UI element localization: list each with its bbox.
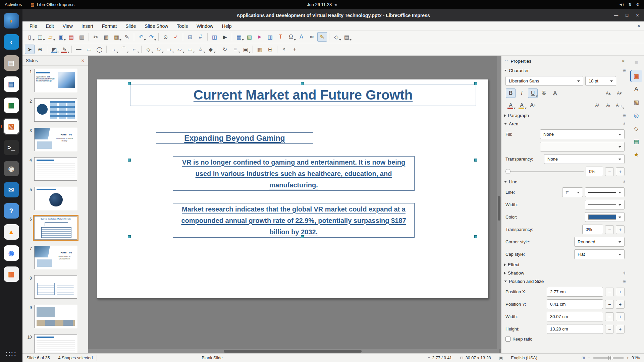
start-from-first-slide-button[interactable]: ▶ [220, 32, 230, 42]
height-field[interactable]: 13.28 cm [547, 324, 603, 334]
export-pdf-button[interactable]: ▤ [66, 32, 76, 42]
show-applications-button[interactable]: ∷∷ [0, 350, 22, 359]
activities-button[interactable]: Activities [5, 2, 22, 7]
master-slide-button[interactable]: ◫ [210, 32, 219, 42]
insert-special-character-button[interactable]: Ω [286, 32, 296, 42]
3d-objects-tool[interactable]: ◆ [206, 45, 216, 54]
templates-button[interactable]: ◫ [35, 32, 45, 42]
slide-thumbnail-preview[interactable]: Applications and Development of Virtual … [34, 69, 77, 92]
selection-info[interactable]: 4 Shapes selected [54, 354, 97, 362]
slide-info[interactable]: Slide 6 of 35 [22, 354, 54, 362]
selection-handle[interactable] [301, 82, 304, 85]
increase-font-size-button[interactable]: A▴ [603, 88, 613, 98]
position-x-decrease[interactable]: − [605, 288, 614, 296]
clone-formatting-button[interactable]: ✎ [122, 32, 132, 42]
focused-app-indicator[interactable]: ▧ LibreOffice Impress [31, 2, 74, 7]
sidebar-shapes-icon[interactable]: ◇ [630, 123, 642, 134]
slide-thumbnail-preview[interactable] [34, 98, 77, 122]
document-modified-icon[interactable]: ▣ [495, 354, 507, 362]
strikethrough-button[interactable]: S [539, 88, 549, 98]
slide-thumbnail-10[interactable]: 10 [22, 331, 88, 353]
cap-style-select[interactable]: Flat [574, 249, 625, 259]
find-replace-button[interactable]: ⊙ [161, 32, 170, 42]
selection-handle[interactable] [128, 235, 131, 238]
title-text-frame[interactable]: Current Market and Future Growth [130, 84, 476, 106]
slides-panel-close-icon[interactable]: ✕ [81, 58, 85, 63]
basic-shapes-button[interactable]: ◇ [331, 32, 341, 42]
slider-thumb[interactable] [505, 169, 511, 174]
slide-thumbnail-preview[interactable] [34, 334, 77, 353]
zoom-out-button[interactable]: − [588, 356, 590, 360]
slide-thumbnail-preview[interactable] [34, 157, 77, 181]
libreoffice-writer-icon[interactable]: ▤ [4, 76, 19, 92]
slide-layout-button[interactable]: ▤ [342, 32, 352, 42]
undo-button[interactable]: ↶ [136, 32, 146, 42]
superscript-button[interactable]: A¹ [592, 101, 602, 110]
font-color-button[interactable]: A [506, 101, 516, 110]
insert-image-button[interactable]: ▧ [245, 32, 254, 42]
edit-points-button[interactable]: ⌖ [279, 45, 289, 54]
width-decrease[interactable]: − [605, 312, 614, 321]
position-y-field[interactable]: 0.41 cm [547, 299, 603, 309]
copy-button[interactable]: ▨ [101, 32, 111, 42]
zoom-slider[interactable] [593, 357, 624, 359]
save-button[interactable]: ▣ [56, 32, 66, 42]
slide-page[interactable]: Current Market and Future Growth Expandi… [97, 79, 488, 299]
show-draw-functions-button[interactable]: ✎ [317, 32, 327, 42]
position-y-increase[interactable]: + [616, 300, 625, 309]
slide-thumbnail-9[interactable]: 9 [22, 302, 88, 331]
cut-button[interactable]: ✂ [91, 32, 101, 42]
subtitle-text-frame[interactable]: Expanding Beyond Gaming [156, 132, 313, 144]
menu-tools[interactable]: Tools [172, 21, 192, 31]
slide-thumbnail-preview[interactable]: PART- 02 Applications in Entertainment [34, 246, 77, 269]
rectangle-tool[interactable]: ▭ [84, 45, 94, 54]
symbol-shapes-tool[interactable]: ☺ [154, 45, 164, 54]
crop-image-button[interactable]: ⊟ [265, 45, 275, 54]
slide-thumbnail-preview[interactable]: PART- 01 Introduction to Virtual Reality [34, 128, 77, 151]
selection-handle[interactable] [474, 159, 477, 162]
redo-button[interactable]: ↷ [147, 32, 156, 42]
menu-file[interactable]: File [25, 21, 42, 31]
object-size-info[interactable]: ⊡ 30.07 x 13.28 [456, 354, 495, 362]
italic-button[interactable]: I [517, 88, 527, 98]
section-settings-icon[interactable]: ✳ [623, 122, 626, 126]
keep-ratio-checkbox[interactable] [505, 337, 511, 342]
window-title-bar[interactable]: Applications and Development of Virtual … [22, 9, 644, 21]
slide-thumbnail-7[interactable]: 7 PART- 02 Applications in Entertainment [22, 243, 88, 272]
sidebar-master-slides-icon[interactable]: ▤ [630, 136, 642, 147]
section-settings-icon[interactable]: ✳ [623, 68, 626, 73]
section-shadow[interactable]: Shadow ✳ [501, 269, 629, 277]
slide-thumbnail-5[interactable]: 5 [22, 184, 88, 213]
vlc-icon[interactable]: ▲ [4, 224, 19, 240]
insert-text-box-button[interactable]: T [276, 32, 285, 42]
section-area[interactable]: Area ✳ [501, 120, 629, 128]
maximize-button[interactable]: □ [626, 13, 628, 18]
underline-button[interactable]: U [528, 88, 538, 98]
slide-thumbnail-1[interactable]: 1 Applications and Development of Virtua… [22, 66, 88, 95]
block-arrows-tool[interactable]: ⇒ [164, 45, 174, 54]
font-name-select[interactable]: Liberation Sans [505, 76, 583, 86]
curves-polygons-tool[interactable]: ⌒ [119, 45, 129, 54]
section-settings-icon[interactable]: ✳ [623, 279, 626, 284]
section-paragraph[interactable]: Paragraph ✳ [501, 111, 629, 120]
sidebar-animation-icon[interactable]: ★ [630, 149, 642, 160]
lines-arrows-tool[interactable]: → [109, 45, 118, 54]
selection-handle[interactable] [474, 235, 477, 238]
close-document-button[interactable]: ✕ [637, 23, 641, 28]
slide-thumbnail-6[interactable]: 6 Current Market and Future Growth [22, 213, 88, 243]
horizontal-scrollbar-thumb[interactable] [224, 350, 362, 353]
area-transparency-increase[interactable]: + [616, 167, 625, 176]
line-color-select[interactable] [585, 212, 625, 222]
vertical-scrollbar-thumb[interactable] [498, 196, 500, 221]
section-settings-icon[interactable]: ✳ [623, 113, 626, 118]
cursor-position-info[interactable]: ⌖ 2.77 / 0.41 [424, 354, 456, 362]
insert-table-button[interactable]: ▦ [234, 32, 244, 42]
insert-media-button[interactable]: ► [255, 32, 265, 42]
layout-name[interactable]: Blank Slide [198, 354, 227, 362]
ellipse-tool[interactable]: ◯ [95, 45, 104, 54]
sidebar-navigator-icon[interactable]: ◎ [630, 110, 642, 121]
system-tray[interactable]: ◄)⇅⊙ [619, 2, 644, 7]
width-field[interactable]: 30.07 cm [547, 312, 603, 321]
area-transparency-decrease[interactable]: − [605, 167, 614, 176]
body-text-frame-1[interactable]: VR is no longer confined to gaming and e… [173, 156, 415, 191]
